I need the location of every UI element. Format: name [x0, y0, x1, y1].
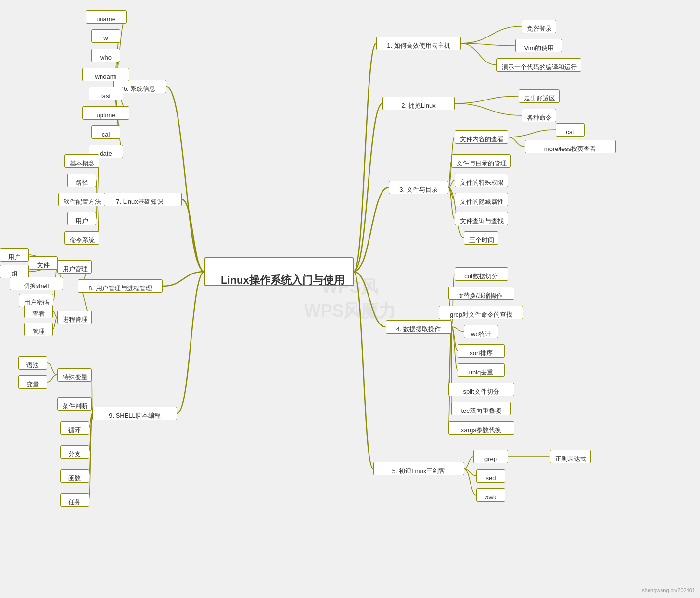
node-n3_6: 三个时间	[464, 231, 498, 245]
node-n7_5: 命令系统	[64, 231, 99, 245]
node-n4_8: tee双向重叠项	[451, 402, 511, 415]
node-n8: 8. 用户管理与进程管理	[78, 279, 163, 293]
node-n2_1: 走出舒适区	[519, 89, 560, 103]
node-n7: 7. Linux基础知识	[97, 193, 182, 206]
node-n1_2: Vim的使用	[515, 39, 562, 52]
node-n8_u1: 用户	[0, 248, 29, 262]
node-n1_1: 免密登录	[522, 20, 556, 33]
node-n5_1: grep	[473, 450, 508, 463]
node-n8_u3: 文件	[29, 256, 58, 270]
node-n7_2: 路径	[67, 174, 96, 187]
node-n9_1: 特殊变量	[57, 368, 92, 382]
node-center: Linux操作系统入门与使用	[204, 257, 354, 286]
node-n2_2: 各种命令	[522, 109, 556, 122]
node-n6_3: who	[91, 49, 120, 62]
node-n5_2: sed	[476, 469, 505, 483]
node-n9: 9. SHELL脚本编程	[92, 407, 177, 420]
node-n8_proc: 进程管理	[57, 311, 92, 324]
node-n6_7: cal	[91, 125, 120, 139]
node-n9_4: 分支	[60, 445, 89, 459]
node-n3_1: 文件内容的查看	[455, 130, 508, 144]
node-n5_1_1: 正则表达式	[550, 450, 591, 463]
node-n9_6: 任务	[60, 493, 89, 507]
node-n4_1: cut数据切分	[455, 267, 508, 281]
node-n4_7: split文件切分	[448, 383, 514, 396]
node-n6_5: last	[89, 87, 123, 100]
node-n4: 4. 数据提取操作	[386, 320, 452, 334]
node-n1_3: 演示一个代码的编译和运行	[496, 58, 581, 72]
node-n8_u4: 切换shell	[10, 277, 63, 290]
node-n3_4: 文件的隐藏属性	[455, 193, 508, 206]
node-n3_1_1: cat	[556, 123, 585, 137]
node-n8_p1: 查看	[24, 305, 53, 318]
node-n3_5: 文件查询与查找	[455, 212, 508, 225]
node-n6_6: uptime	[82, 106, 129, 120]
node-n3_1_2: more/less按页查看	[525, 140, 616, 153]
node-n9_1_2: 变量	[18, 375, 47, 389]
node-n2: 2. 拥抱Linux	[382, 97, 455, 110]
node-n7_3: 软件配置方法	[58, 193, 105, 206]
node-n6_4: whoami	[82, 68, 129, 81]
node-n8_user: 用户管理	[57, 260, 92, 274]
node-n8_p2: 管理	[24, 323, 53, 336]
node-n9_2: 条件判断	[57, 397, 92, 411]
node-n4_3: grep对文件命令的查找	[439, 306, 523, 319]
node-n5_3: awk	[476, 488, 505, 502]
node-n4_6: uniq去重	[458, 363, 505, 377]
node-n1: 1. 如何高效使用云主机	[376, 37, 461, 50]
node-n7_4: 用户	[67, 212, 96, 225]
node-n4_9: xargs参数代换	[448, 421, 514, 435]
node-n6_1: uname	[86, 10, 127, 24]
node-n4_5: sort排序	[458, 344, 505, 358]
node-n8_u2: 组	[0, 265, 29, 278]
node-n6_2: w	[91, 29, 120, 43]
node-n9_3: 循环	[60, 421, 89, 435]
node-n5: 5. 初识Linux三剑客	[373, 462, 464, 475]
node-n3_3: 文件的特殊权限	[455, 174, 508, 187]
node-n3_2: 文件与目录的管理	[451, 154, 511, 168]
node-n9_5: 函数	[60, 469, 89, 483]
node-n4_2: tr替换/压缩操作	[448, 287, 514, 300]
node-n4_4: wc统计	[464, 325, 498, 338]
node-n3: 3. 文件与目录	[389, 181, 448, 194]
node-n9_1_1: 语法	[18, 356, 47, 370]
node-n7_1: 基本概念	[64, 154, 99, 168]
credit: shengwang.cn/202401	[642, 587, 695, 593]
